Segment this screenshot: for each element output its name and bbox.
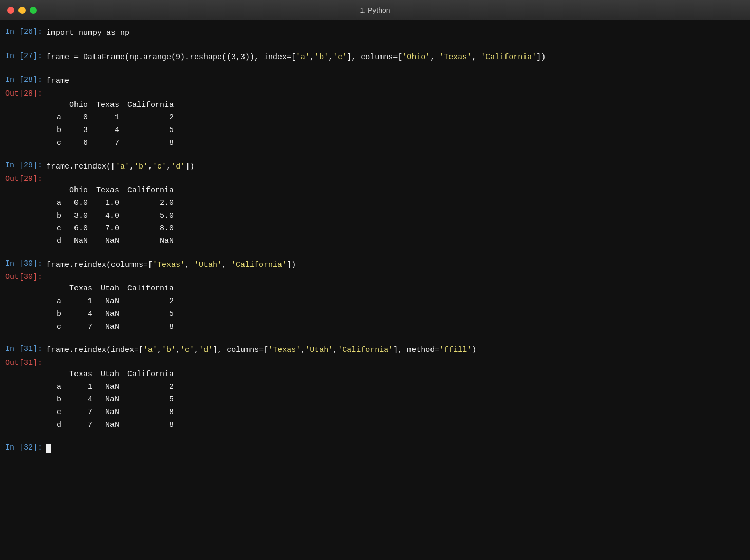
- cell-27-code: frame = DataFrame(np.arange(9).reshape((…: [46, 52, 546, 64]
- cell-31-output: Texas Utah California a 1 NaN 2 b 4 NaN …: [0, 368, 750, 432]
- cell-29-out-prompt-row: Out[29]:: [0, 174, 750, 184]
- cell-31-out-prompt: Out[31]:: [0, 359, 46, 367]
- cell-29-out-prompt: Out[29]:: [0, 175, 46, 183]
- cell-32: In [32]:: [0, 440, 750, 458]
- cell-30-out-prompt: Out[30]:: [0, 273, 46, 282]
- cell-31: In [31]: frame.reindex(index=['a','b','c…: [0, 342, 750, 434]
- cell-26-input: In [26]: import numpy as np: [0, 27, 750, 41]
- cell-27: In [27]: frame = DataFrame(np.arange(9).…: [0, 49, 750, 67]
- cell-29-prompt: In [29]:: [0, 161, 46, 170]
- cell-32-code[interactable]: [46, 443, 51, 455]
- cursor: [46, 444, 51, 453]
- cell-31-input: In [31]: frame.reindex(index=['a','b','c…: [0, 344, 750, 358]
- window-title: 1. Python: [360, 6, 390, 14]
- cell-28-prompt: In [28]:: [0, 76, 46, 84]
- cell-27-input: In [27]: frame = DataFrame(np.arange(9).…: [0, 51, 750, 65]
- cell-29: In [29]: frame.reindex(['a','b','c','d']…: [0, 158, 750, 250]
- cell-32-input: In [32]:: [0, 442, 750, 456]
- notebook: In [26]: import numpy as np In [27]: fra…: [0, 21, 750, 560]
- cell-27-prompt: In [27]:: [0, 52, 46, 61]
- cell-29-input: In [29]: frame.reindex(['a','b','c','d']…: [0, 160, 750, 174]
- cell-26-code: import numpy as np: [46, 28, 129, 40]
- cell-30-code: frame.reindex(columns=['Texas', 'Utah', …: [46, 259, 296, 271]
- cell-28-out-prompt-row: Out[28]:: [0, 88, 750, 99]
- title-bar: 1. Python: [0, 0, 750, 21]
- cell-30-input: In [30]: frame.reindex(columns=['Texas',…: [0, 258, 750, 272]
- cell-30-out-prompt-row: Out[30]:: [0, 272, 750, 283]
- cell-28-output: Ohio Texas California a 0 1 2 b 3 4 5: [0, 99, 750, 150]
- cell-31-out-prompt-row: Out[31]:: [0, 358, 750, 368]
- cell-30-prompt: In [30]:: [0, 259, 46, 268]
- cell-29-output: Ohio Texas California a 0.0 1.0 2.0 b 3.…: [0, 184, 750, 248]
- cell-30-output: Texas Utah California a 1 NaN 2 b 4 NaN …: [0, 283, 750, 333]
- window-controls: [7, 7, 37, 14]
- close-button[interactable]: [7, 7, 14, 14]
- cell-28: In [28]: frame Out[28]: Ohio Texas Calif…: [0, 72, 750, 152]
- cell-28-out-prompt: Out[28]:: [0, 89, 46, 98]
- cell-30: In [30]: frame.reindex(columns=['Texas',…: [0, 256, 750, 336]
- cell-31-prompt: In [31]:: [0, 345, 46, 353]
- cell-26: In [26]: import numpy as np: [0, 25, 750, 43]
- maximize-button[interactable]: [30, 7, 37, 14]
- cell-31-code: frame.reindex(index=['a','b','c','d'], c…: [46, 345, 476, 357]
- cell-28-code: frame: [46, 76, 69, 87]
- minimize-button[interactable]: [18, 7, 26, 14]
- cell-32-prompt: In [32]:: [0, 443, 46, 452]
- cell-26-prompt: In [26]:: [0, 28, 46, 36]
- cell-28-input: In [28]: frame: [0, 74, 750, 88]
- cell-29-code: frame.reindex(['a','b','c','d']): [46, 161, 194, 173]
